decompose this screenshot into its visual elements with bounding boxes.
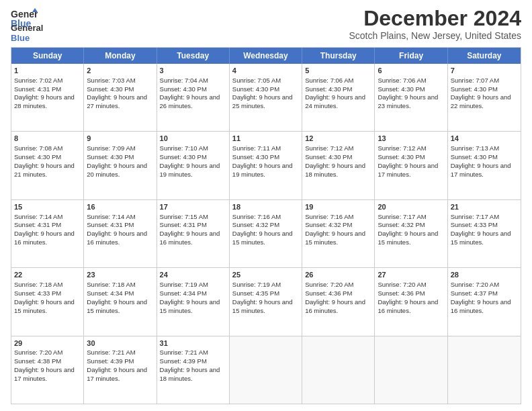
sunset: Sunset: 4:31 PM [14,85,61,93]
calendar-cell-13: 13Sunrise: 7:12 AMSunset: 4:30 PMDayligh… [375,132,447,199]
sunset: Sunset: 4:32 PM [232,221,279,228]
calendar-cell-4: 4Sunrise: 7:05 AMSunset: 4:30 PMDaylight… [230,64,302,131]
sunset: Sunset: 4:33 PM [14,289,61,297]
daylight: Daylight: 9 hours and 15 minutes. [378,230,438,246]
daylight: Daylight: 9 hours and 18 minutes. [160,366,220,382]
day-number: 15 [14,202,81,212]
daylight: Daylight: 9 hours and 15 minutes. [160,298,220,314]
day-number: 20 [378,202,444,212]
daylight: Daylight: 9 hours and 24 minutes. [305,93,365,109]
day-number: 22 [14,270,81,280]
sunset: Sunset: 4:30 PM [232,85,279,93]
daylight: Daylight: 9 hours and 17 minutes. [87,366,147,382]
sunrise: Sunrise: 7:16 AM [232,213,281,220]
sunset: Sunset: 4:31 PM [14,221,61,228]
calendar-row-5: 29Sunrise: 7:20 AMSunset: 4:38 PMDayligh… [11,336,521,404]
daylight: Daylight: 9 hours and 16 minutes. [87,230,147,246]
sunset: Sunset: 4:30 PM [378,153,425,161]
day-header-sunday: Sunday [11,48,84,64]
sunrise: Sunrise: 7:11 AM [232,144,281,152]
calendar-cell-26: 26Sunrise: 7:20 AMSunset: 4:36 PMDayligh… [302,268,375,335]
day-number: 11 [232,134,299,144]
day-number: 16 [87,202,153,212]
daylight: Daylight: 9 hours and 16 minutes. [14,230,75,246]
calendar-cell-16: 16Sunrise: 7:14 AMSunset: 4:31 PMDayligh… [84,200,157,267]
sunrise: Sunrise: 7:13 AM [451,144,499,152]
sunrise: Sunrise: 7:10 AM [160,144,208,152]
day-number: 3 [160,66,226,76]
daylight: Daylight: 9 hours and 22 minutes. [451,93,511,109]
sunrise: Sunrise: 7:04 AM [160,77,208,84]
calendar-cell-24: 24Sunrise: 7:19 AMSunset: 4:34 PMDayligh… [157,268,230,335]
calendar-body: 1Sunrise: 7:02 AMSunset: 4:31 PMDaylight… [11,64,521,404]
calendar-cell-14: 14Sunrise: 7:13 AMSunset: 4:30 PMDayligh… [448,132,521,199]
day-number: 5 [305,66,371,76]
calendar-cell-17: 17Sunrise: 7:15 AMSunset: 4:31 PMDayligh… [157,200,230,267]
daylight: Daylight: 9 hours and 19 minutes. [160,162,220,178]
daylight: Daylight: 9 hours and 18 minutes. [305,162,365,178]
calendar-cell-18: 18Sunrise: 7:16 AMSunset: 4:32 PMDayligh… [230,200,302,267]
calendar-cell-23: 23Sunrise: 7:18 AMSunset: 4:34 PMDayligh… [84,268,157,335]
calendar-cell-15: 15Sunrise: 7:14 AMSunset: 4:31 PMDayligh… [11,200,84,267]
day-number: 6 [378,66,444,76]
daylight: Daylight: 9 hours and 15 minutes. [451,230,511,246]
daylight: Daylight: 9 hours and 19 minutes. [232,162,293,178]
daylight: Daylight: 9 hours and 15 minutes. [232,298,293,314]
calendar-cell-2: 2Sunrise: 7:03 AMSunset: 4:30 PMDaylight… [84,64,157,131]
sunrise: Sunrise: 7:20 AM [378,281,426,288]
day-number: 12 [305,134,371,144]
calendar-row-4: 22Sunrise: 7:18 AMSunset: 4:33 PMDayligh… [11,267,521,335]
sunset: Sunset: 4:30 PM [87,85,134,93]
calendar-cell-5: 5Sunrise: 7:06 AMSunset: 4:30 PMDaylight… [302,64,375,131]
daylight: Daylight: 9 hours and 17 minutes. [378,162,438,178]
daylight: Daylight: 9 hours and 15 minutes. [305,230,365,246]
sunrise: Sunrise: 7:17 AM [451,213,499,220]
sunrise: Sunrise: 7:19 AM [160,281,208,288]
day-number: 19 [305,202,371,212]
sunrise: Sunrise: 7:18 AM [14,281,62,288]
sunset: Sunset: 4:38 PM [14,357,61,365]
sunset: Sunset: 4:30 PM [87,153,134,161]
daylight: Daylight: 9 hours and 17 minutes. [14,366,75,382]
calendar-cell-6: 6Sunrise: 7:06 AMSunset: 4:30 PMDaylight… [375,64,447,131]
calendar-cell-25: 25Sunrise: 7:19 AMSunset: 4:35 PMDayligh… [230,268,302,335]
day-number: 4 [232,66,299,76]
logo: General Blue General Blue [11,7,43,43]
sunset: Sunset: 4:37 PM [451,289,498,297]
daylight: Daylight: 9 hours and 28 minutes. [14,93,75,109]
sunrise: Sunrise: 7:15 AM [160,213,208,220]
sunset: Sunset: 4:31 PM [160,221,207,228]
sunrise: Sunrise: 7:05 AM [232,77,281,84]
daylight: Daylight: 9 hours and 15 minutes. [14,298,75,314]
sunrise: Sunrise: 7:19 AM [232,281,281,288]
sunset: Sunset: 4:31 PM [87,221,134,228]
daylight: Daylight: 9 hours and 15 minutes. [87,298,147,314]
sunset: Sunset: 4:30 PM [451,153,498,161]
day-number: 27 [378,270,444,280]
day-number: 13 [378,134,444,144]
sunset: Sunset: 4:39 PM [160,357,207,365]
calendar-cell-3: 3Sunrise: 7:04 AMSunset: 4:30 PMDaylight… [157,64,230,131]
day-number: 31 [160,338,226,349]
calendar-cell-31: 31Sunrise: 7:21 AMSunset: 4:39 PMDayligh… [157,336,230,404]
day-number: 18 [232,202,299,212]
day-number: 10 [160,134,226,144]
calendar-cell-empty [448,336,521,404]
day-number: 28 [451,270,518,280]
sunset: Sunset: 4:30 PM [378,85,425,93]
daylight: Daylight: 9 hours and 26 minutes. [160,93,220,109]
day-number: 26 [305,270,371,280]
day-number: 14 [451,134,518,144]
sunset: Sunset: 4:30 PM [232,153,279,161]
calendar-row-1: 1Sunrise: 7:02 AMSunset: 4:31 PMDaylight… [11,64,521,131]
calendar-cell-empty [230,336,302,404]
calendar-cell-11: 11Sunrise: 7:11 AMSunset: 4:30 PMDayligh… [230,132,302,199]
calendar: SundayMondayTuesdayWednesdayThursdayFrid… [11,47,521,404]
day-number: 30 [87,338,153,349]
day-header-monday: Monday [84,48,157,64]
day-number: 24 [160,270,226,280]
sunset: Sunset: 4:32 PM [378,221,425,228]
sunrise: Sunrise: 7:08 AM [14,144,62,152]
calendar-cell-1: 1Sunrise: 7:02 AMSunset: 4:31 PMDaylight… [11,64,84,131]
sunrise: Sunrise: 7:12 AM [305,144,353,152]
